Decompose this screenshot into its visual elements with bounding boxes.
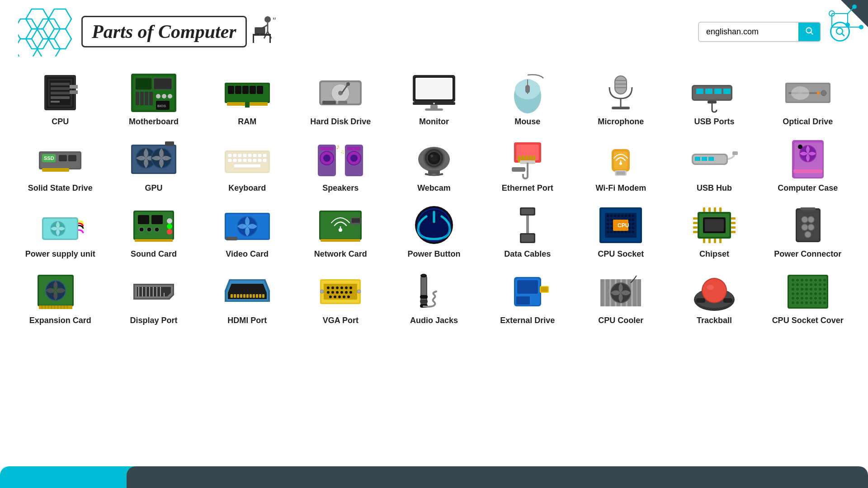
svg-point-340 [338,296,341,298]
svg-point-419 [792,301,794,304]
svg-rect-126 [248,154,252,157]
audio-jacks-label: Audio Jacks [410,316,458,326]
svg-point-392 [814,283,817,286]
svg-rect-146 [347,147,361,150]
svg-point-145 [350,155,358,162]
item-motherboard: BIOS Motherboard [107,68,201,131]
svg-point-195 [167,229,172,235]
item-mouse: Mouse [481,68,574,131]
svg-rect-138 [234,164,261,168]
svg-rect-213 [521,209,534,214]
hdmi-icon [222,270,272,313]
svg-rect-351 [422,274,425,276]
data-cables-icon [503,204,552,247]
svg-rect-366 [633,279,637,306]
page-title: Parts of Computer [81,16,247,47]
svg-rect-320 [256,294,258,298]
wifi-label: Wi-Fi Modem [595,183,646,193]
audio-jacks-icon [409,270,459,313]
svg-point-332 [327,291,330,294]
svg-rect-226 [628,215,631,217]
svg-point-331 [349,286,352,289]
item-keyboard: Keyboard [200,134,294,197]
svg-point-53 [156,94,160,99]
svg-rect-119 [165,141,174,146]
svg-rect-227 [632,215,634,217]
svg-rect-203 [321,212,360,239]
svg-rect-98 [708,101,717,103]
svg-point-191 [147,227,151,232]
hdd-label: Hard Disk Drive [310,117,371,127]
svg-rect-356 [517,280,538,294]
speakers-icon: ♪ ♫ [316,138,365,181]
svg-point-400 [814,288,817,291]
power-connector-label: Power Connector [774,249,841,259]
svg-rect-131 [233,159,237,162]
item-chipset: Chipset [668,200,761,263]
item-usb-ports: USB Ports [668,68,761,131]
svg-rect-315 [240,294,242,298]
svg-rect-13 [253,34,271,36]
svg-rect-42 [51,101,60,103]
svg-rect-273 [731,231,736,233]
monitor-label: Monitor [419,117,449,127]
svg-rect-86 [615,76,627,94]
svg-rect-318 [250,294,252,298]
speakers-label: Speakers [322,183,359,193]
svg-rect-256 [621,231,623,233]
svg-point-413 [801,297,803,300]
svg-point-335 [340,291,343,294]
svg-rect-38 [51,83,70,85]
svg-point-411 [792,297,794,300]
svg-rect-189 [151,215,163,224]
item-vga: VGA Port [294,267,387,329]
circuit-decoration [778,0,868,63]
svg-rect-321 [259,294,261,298]
item-cpu: CPU [14,68,107,131]
header: Parts of Computer " [0,0,868,63]
bottom-bar-cyan [0,466,145,488]
cpu-socket-label: CPU Socket [598,249,644,259]
svg-rect-220 [607,215,609,217]
svg-point-395 [792,288,794,291]
keyboard-icon [222,138,272,181]
svg-rect-133 [243,159,247,162]
svg-rect-280 [714,239,716,243]
hdd-icon [316,71,365,114]
svg-point-285 [808,216,814,223]
svg-rect-251 [632,227,634,229]
person-icon: " [250,16,278,47]
cpu-socket-cover-icon [783,270,833,313]
svg-rect-110 [59,155,67,161]
chipset-label: Chipset [699,249,729,259]
svg-rect-275 [708,207,711,212]
svg-rect-319 [253,294,255,298]
svg-point-379 [792,279,794,282]
external-drive-label: External Drive [500,316,555,326]
item-optical-drive: Optical Drive [761,68,854,131]
svg-rect-252 [607,231,609,233]
svg-point-414 [805,297,808,300]
svg-rect-236 [607,223,609,225]
svg-point-408 [814,292,817,295]
item-audio-jacks: Audio Jacks [387,267,481,329]
svg-rect-97 [723,89,731,94]
svg-point-8 [264,16,271,23]
svg-rect-207 [321,239,360,242]
svg-rect-111 [68,155,76,161]
svg-point-338 [329,296,332,298]
svg-rect-278 [703,239,705,243]
item-video-card: Video Card [200,200,294,263]
ssd-icon: SSD [35,138,85,181]
expansion-card-icon [35,270,85,313]
svg-rect-376 [723,298,732,303]
wifi-icon [596,138,646,181]
svg-point-33 [859,25,863,29]
svg-rect-163 [512,167,525,172]
svg-point-394 [823,283,826,286]
svg-rect-128 [258,154,262,157]
svg-rect-96 [714,89,722,94]
svg-rect-346 [421,276,426,303]
svg-point-342 [347,296,350,298]
svg-point-416 [814,297,817,300]
